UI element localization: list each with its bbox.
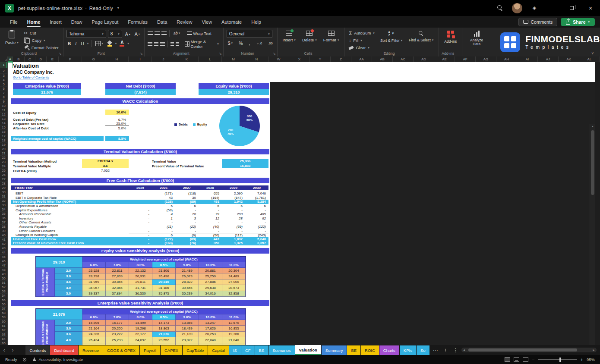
column-header-W[interactable]: W	[268, 56, 289, 62]
equity-sens-table-cell-4.0-8.5%[interactable]: 31,186	[152, 285, 176, 291]
align-center-icon[interactable]	[154, 42, 159, 46]
zoom-level[interactable]: 95%	[587, 357, 595, 362]
ev-sens-table-cell-3.0-7.0%[interactable]: 20,205	[106, 326, 129, 331]
ev-sens-table-cell-3.6-7.0%[interactable]: 23,222	[106, 332, 129, 337]
ev-sens-table-col-9.0%[interactable]: 9.0%	[176, 314, 199, 320]
accessibility-status[interactable]: Accessibility: Investigate	[32, 357, 83, 362]
row-header-40[interactable]: 40	[0, 233, 7, 238]
fcf-cell-net-operating-profit-after-tax-nopat-2029[interactable]: 1,942	[222, 200, 245, 204]
row-header-54[interactable]: 54	[0, 294, 7, 298]
row-header-29[interactable]: 29	[0, 186, 7, 190]
sheet-tab-payroll[interactable]: Payroll	[140, 345, 160, 355]
column-header-I[interactable]: I	[129, 56, 152, 62]
fcf-cell-accounts-payable-2027[interactable]: (22)	[175, 225, 199, 229]
column-header-AD[interactable]: AD	[414, 56, 434, 62]
scroll-up-arrow[interactable]: ▲	[590, 125, 595, 128]
row-header-51[interactable]: 51	[0, 281, 7, 285]
fcf-label-capital-expenditures[interactable]: Capital Expenditures	[11, 208, 129, 212]
fcf-cell-unlevered-free-cash-flow-2025[interactable]: -	[129, 237, 152, 241]
format-cells-button[interactable]: Format▾	[321, 30, 341, 43]
fcf-cell-ebit-2030[interactable]: 7,046	[245, 191, 268, 195]
row-header-65[interactable]: 65	[0, 341, 7, 345]
wacc-value-cost-of-equity[interactable]: 10.0%	[105, 110, 129, 115]
fcf-cell-ebit-x-corporate-tax-rate-2029[interactable]: (647)	[222, 196, 245, 200]
fcf-label-ebit-x-corporate-tax-rate[interactable]: EBIT x Corporate Tax Rate	[11, 196, 129, 200]
ribbon-collapse-chevron[interactable]: ∨	[591, 51, 594, 55]
equity-sens-table-col-11.0%[interactable]: 11.0%	[222, 262, 246, 268]
column-header-Y[interactable]: Y	[310, 56, 331, 62]
equity-sens-table-cell-3.6-8.5%[interactable]: 29,310	[152, 279, 176, 285]
menu-tab-insert[interactable]: Insert	[45, 16, 66, 28]
align-right-icon[interactable]	[160, 42, 165, 46]
column-header-AI[interactable]: AI	[517, 56, 538, 62]
column-header-AL[interactable]: AL	[579, 56, 600, 62]
menu-tab-draw[interactable]: Draw	[66, 16, 87, 28]
fcf-cell-ebit-2027[interactable]: (118)	[175, 191, 199, 195]
terminal-value-terminal-valuation-method[interactable]: EBITDA x	[82, 159, 129, 163]
equity-sens-table-cell-3.0-10.0%[interactable]: 25,259	[199, 273, 222, 279]
fcf-cell-inventory-2029[interactable]: 28	[222, 217, 245, 220]
equity-sens-table-cell-2.0-9.0%[interactable]: 21,489	[176, 268, 199, 273]
share-button[interactable]: Share ▾	[561, 18, 595, 26]
fcf-cell-other-current-assets-2027[interactable]: -	[175, 220, 199, 224]
row-header-25[interactable]: 25	[0, 169, 7, 173]
column-header-AK[interactable]: AK	[559, 56, 579, 62]
column-header-AE[interactable]: AE	[434, 56, 455, 62]
row-header-9[interactable]: 9	[0, 100, 7, 104]
ev-sens-table-cell-4.0-6.0%[interactable]: 26,434	[82, 337, 106, 343]
ev-sens-table-cell-2.0-11.0%[interactable]: 12,670	[222, 320, 246, 326]
account-avatar[interactable]	[508, 0, 526, 16]
equity-sens-table-cell-3.6-10.0%[interactable]: 27,886	[199, 279, 222, 285]
fiscal-year-2027[interactable]: 2027	[175, 186, 199, 190]
fcf-label-present-value-of-unlevered-free-cash-flow[interactable]: Present Value of Unlevered Free Cash Flo…	[11, 241, 129, 245]
fcf-cell-present-value-of-unlevered-free-cash-flow-2028[interactable]: 350	[199, 241, 222, 245]
ev-sens-table-cell-4.0-8.5%[interactable]: 23,552	[152, 337, 176, 343]
wacc-total-label[interactable]: Weighted average cost of capital (WACC)	[11, 136, 104, 141]
increase-font-button[interactable]: A▴	[124, 31, 132, 37]
fcf-cell-changes-in-working-capital-2025[interactable]: -	[129, 233, 152, 237]
fcf-cell-unlevered-free-cash-flow-2029[interactable]: 1,837	[222, 237, 245, 241]
decrease-indent-icon[interactable]	[171, 42, 174, 46]
column-header-N[interactable]: N	[245, 56, 268, 62]
ev-sens-table-cell-4.0-8.0%[interactable]: 24,097	[129, 337, 152, 343]
wacc-value-corporate-tax-rate[interactable]: 25.0%	[105, 122, 129, 126]
currency-format-button[interactable]: $▾	[227, 40, 234, 46]
row-header-57[interactable]: 57	[0, 307, 7, 311]
scroll-left-arrow[interactable]: ◄	[463, 348, 466, 351]
menu-tab-automate[interactable]: Automate	[217, 16, 246, 28]
fiscal-year-label[interactable]: Fiscal Year	[11, 186, 129, 190]
row-header-36[interactable]: 36	[0, 216, 7, 220]
value-box-value-enterprise-value-000[interactable]: 21,676	[13, 89, 81, 95]
align-top-icon[interactable]	[148, 31, 153, 35]
row-header-12[interactable]: 12	[0, 113, 7, 117]
sheet-tab-summary[interactable]: Summary	[322, 345, 347, 355]
wacc-label-corporate-tax-rate[interactable]: Corporate Tax Rate	[13, 122, 44, 126]
equity-sens-table-col-7.0%[interactable]: 7.0%	[106, 262, 129, 268]
ev-sens-table-row-label-3.6[interactable]: 3.6	[55, 332, 82, 337]
orientation-button[interactable]: ab▾	[172, 31, 182, 36]
fcf-cell-net-operating-profit-after-tax-nopat-2026[interactable]: (128)	[152, 200, 175, 204]
align-bottom-icon[interactable]	[161, 31, 167, 35]
row-header-22[interactable]: 22	[0, 156, 7, 160]
merge-center-button[interactable]: Merge & Center▾	[183, 39, 220, 49]
fcf-cell-accounts-receivable-2025[interactable]: -	[129, 212, 152, 216]
page-break-view-button[interactable]	[523, 357, 528, 362]
clear-button[interactable]: Clear▾	[347, 44, 376, 51]
fcf-cell-capital-expenditures-2029[interactable]: -	[222, 208, 245, 212]
equity-sens-table-cell-4.0-6.0%[interactable]: 34,067	[82, 285, 106, 291]
equity-sens-table-cell-2.0-8.5%[interactable]: 21,806	[152, 268, 176, 273]
row-header-5[interactable]: 5	[0, 82, 7, 87]
zoom-out-button[interactable]: −	[532, 357, 534, 362]
ev-sens-table-cell-2.0-10.0%[interactable]: 13,247	[199, 320, 222, 326]
fiscal-year-2028[interactable]: 2028	[199, 186, 222, 190]
fcf-cell-inventory-2030[interactable]: 62	[245, 217, 268, 220]
number-dialog-launcher[interactable]: ↘	[273, 52, 276, 56]
decrease-decimal-button[interactable]: ←.0	[255, 41, 263, 46]
row-header-30[interactable]: 30	[0, 190, 7, 195]
analyze-data-button[interactable]: Analyze Data	[465, 30, 488, 47]
autosum-button[interactable]: ΣAutoSum▾	[347, 30, 376, 36]
format-painter-button[interactable]: Format Painter	[23, 44, 60, 51]
row-header-15[interactable]: 15	[0, 126, 7, 130]
value-box-header-equity-value-000[interactable]: Equity Value ($'000)	[199, 83, 269, 89]
equity-sens-table-corner-value[interactable]: 29,310	[36, 257, 82, 268]
